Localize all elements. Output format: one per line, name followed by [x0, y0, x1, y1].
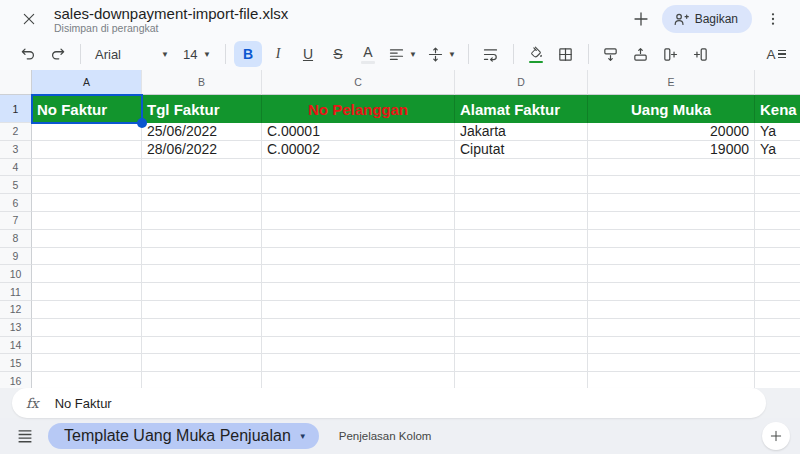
formula-bar-content[interactable]: No Faktur	[55, 396, 752, 411]
cell-A10[interactable]	[32, 265, 142, 283]
row-header-1[interactable]: 1	[0, 95, 32, 123]
cell-F7[interactable]	[755, 212, 800, 230]
cell-F4[interactable]	[755, 159, 800, 177]
sheet-tab-active[interactable]: Template Uang Muka Penjualan▼	[48, 423, 319, 449]
cell-B12[interactable]	[142, 301, 262, 319]
cell-A2[interactable]	[32, 123, 142, 141]
cell-E4[interactable]	[588, 159, 755, 177]
cell-E1[interactable]: Uang Muka	[588, 95, 755, 123]
row-header-5[interactable]: 5	[0, 176, 32, 194]
cell-C12[interactable]	[262, 301, 455, 319]
undo-button[interactable]	[14, 41, 42, 67]
cell-D3[interactable]: Ciputat	[455, 141, 588, 159]
cell-E14[interactable]	[588, 337, 755, 355]
row-header-14[interactable]: 14	[0, 337, 32, 355]
cell-D4[interactable]	[455, 159, 588, 177]
cell-C16[interactable]	[262, 372, 455, 388]
cell-D9[interactable]	[455, 248, 588, 266]
sheet-tab[interactable]: Penjelasan Kolom	[329, 430, 442, 442]
cell-D15[interactable]	[455, 354, 588, 372]
cell-E5[interactable]	[588, 176, 755, 194]
cell-C9[interactable]	[262, 248, 455, 266]
column-header-C[interactable]: C	[262, 70, 455, 95]
redo-button[interactable]	[44, 41, 72, 67]
column-header-B[interactable]: B	[142, 70, 262, 95]
cell-C1[interactable]: No Pelanggan	[262, 95, 455, 123]
cell-C14[interactable]	[262, 337, 455, 355]
cell-C5[interactable]	[262, 176, 455, 194]
cell-F14[interactable]	[755, 337, 800, 355]
add-sheet-button[interactable]	[762, 422, 790, 450]
row-header-12[interactable]: 12	[0, 301, 32, 319]
insert-column-left-button[interactable]	[687, 41, 715, 67]
cell-E12[interactable]	[588, 301, 755, 319]
cell-B11[interactable]	[142, 283, 262, 301]
fill-color-button[interactable]	[522, 41, 550, 67]
cell-F8[interactable]	[755, 230, 800, 248]
cell-E15[interactable]	[588, 354, 755, 372]
cell-A4[interactable]	[32, 159, 142, 177]
row-header-9[interactable]: 9	[0, 248, 32, 266]
select-all-corner[interactable]	[0, 70, 32, 95]
insert-column-right-button[interactable]	[657, 41, 685, 67]
cell-C3[interactable]: C.00002	[262, 141, 455, 159]
cell-D7[interactable]	[455, 212, 588, 230]
row-header-15[interactable]: 15	[0, 354, 32, 372]
cell-E7[interactable]	[588, 212, 755, 230]
text-color-button[interactable]: A	[354, 41, 382, 67]
cell-D11[interactable]	[455, 283, 588, 301]
cell-C2[interactable]: C.00001	[262, 123, 455, 141]
cell-F9[interactable]	[755, 248, 800, 266]
cell-B4[interactable]	[142, 159, 262, 177]
row-header-6[interactable]: 6	[0, 194, 32, 212]
cell-E6[interactable]	[588, 194, 755, 212]
cell-F15[interactable]	[755, 354, 800, 372]
cell-A6[interactable]	[32, 194, 142, 212]
row-header-7[interactable]: 7	[0, 212, 32, 230]
row-header-10[interactable]: 10	[0, 265, 32, 283]
row-header-8[interactable]: 8	[0, 230, 32, 248]
cell-B6[interactable]	[142, 194, 262, 212]
cell-C8[interactable]	[262, 230, 455, 248]
insert-row-below-button[interactable]	[597, 41, 625, 67]
cell-B3[interactable]: 28/06/2022	[142, 141, 262, 159]
cell-D12[interactable]	[455, 301, 588, 319]
cell-D16[interactable]	[455, 372, 588, 388]
add-button[interactable]	[626, 4, 656, 34]
cell-F10[interactable]	[755, 265, 800, 283]
cell-C6[interactable]	[262, 194, 455, 212]
overflow-menu-button[interactable]	[758, 4, 788, 34]
row-header-11[interactable]: 11	[0, 283, 32, 301]
bold-button[interactable]: B	[234, 41, 262, 67]
cell-E16[interactable]	[588, 372, 755, 388]
cell-A15[interactable]	[32, 354, 142, 372]
cell-F1[interactable]: Kena Pajak	[755, 95, 800, 123]
text-format-panel-button[interactable]: A	[762, 41, 790, 67]
cell-A8[interactable]	[32, 230, 142, 248]
font-family-selector[interactable]: Arial▼	[89, 41, 175, 67]
italic-button[interactable]: I	[264, 41, 292, 67]
cell-F16[interactable]	[755, 372, 800, 388]
row-header-2[interactable]: 2	[0, 123, 32, 141]
cell-D1[interactable]: Alamat Faktur	[455, 95, 588, 123]
borders-button[interactable]	[552, 41, 580, 67]
cell-A12[interactable]	[32, 301, 142, 319]
cell-A16[interactable]	[32, 372, 142, 388]
cell-B14[interactable]	[142, 337, 262, 355]
cell-C4[interactable]	[262, 159, 455, 177]
cell-B7[interactable]	[142, 212, 262, 230]
cell-E3[interactable]: 19000	[588, 141, 755, 159]
cell-B13[interactable]	[142, 319, 262, 337]
cell-F12[interactable]	[755, 301, 800, 319]
cell-A3[interactable]	[32, 141, 142, 159]
close-button[interactable]	[14, 4, 44, 34]
cell-B9[interactable]	[142, 248, 262, 266]
cell-C13[interactable]	[262, 319, 455, 337]
horizontal-align-button[interactable]: ▼	[384, 41, 421, 67]
cell-B8[interactable]	[142, 230, 262, 248]
cell-C11[interactable]	[262, 283, 455, 301]
cell-F2[interactable]: Ya	[755, 123, 800, 141]
cell-F6[interactable]	[755, 194, 800, 212]
formula-bar[interactable]: fx No Faktur	[12, 388, 766, 418]
cell-F13[interactable]	[755, 319, 800, 337]
